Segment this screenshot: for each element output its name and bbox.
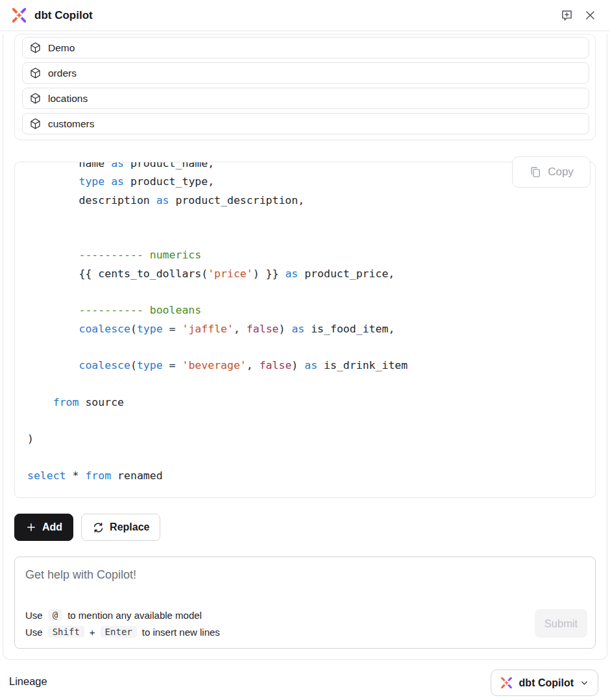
chevron-down-icon [580, 678, 589, 688]
hint-text: + [90, 627, 95, 638]
sql-code: name as product_name, type as product_ty… [15, 162, 595, 497]
model-chip-label: customers [48, 118, 95, 130]
dbt-logo [500, 676, 513, 690]
prompt-hint: UseShift+Enterto insert new lines [25, 623, 220, 640]
prompt-hint: Use@to mention any available model [25, 606, 220, 623]
kbd-shift: Shift [48, 626, 84, 638]
copilot-mode-label: dbt Copilot [519, 677, 574, 689]
code-line [27, 375, 583, 394]
code-line: from source [27, 394, 583, 412]
model-chip-label: orders [48, 68, 77, 79]
add-button-label: Add [42, 521, 62, 533]
hint-text: Use [25, 610, 43, 621]
submit-button[interactable]: Submit [535, 609, 587, 638]
code-line: ---------- numerics [27, 246, 583, 264]
code-line [27, 228, 583, 246]
cube-icon [29, 92, 42, 105]
cube-icon [29, 67, 42, 79]
panel-title: dbt Copilot [34, 9, 93, 22]
hint-text: to insert new lines [142, 627, 220, 638]
add-button[interactable]: Add [14, 514, 73, 541]
header-actions [559, 8, 597, 23]
model-chip-label: Demo [48, 42, 75, 54]
code-line: type as product_type, [27, 173, 583, 191]
replace-button[interactable]: Replace [81, 514, 160, 541]
code-line: {{ cents_to_dollars('price') }} as produ… [27, 265, 583, 283]
plus-icon [25, 521, 37, 533]
model-chip-orders[interactable]: orders [22, 62, 589, 84]
prompt-hints: Use@to mention any available modelUseShi… [25, 606, 220, 640]
close-icon[interactable] [583, 8, 597, 23]
code-line [27, 449, 583, 467]
code-block-wrapper: name as product_name, type as product_ty… [14, 162, 596, 498]
code-line [27, 210, 583, 228]
copy-icon [529, 166, 542, 179]
code-line: ---------- booleans [27, 301, 583, 319]
code-line: ) [27, 430, 583, 448]
sync-icon [92, 521, 104, 534]
copilot-prompt-box[interactable]: Get help with Copilot! Use@to mention an… [14, 556, 596, 649]
new-chat-icon[interactable] [559, 8, 574, 23]
kbd-enter: Enter [101, 626, 137, 638]
model-chip-list: Demoorderslocationscustomers [14, 34, 596, 140]
tab-lineage[interactable]: Lineage [9, 675, 47, 688]
kbd-@: @ [48, 609, 62, 621]
dbt-logo [10, 6, 28, 24]
code-actions: Add Replace [14, 514, 596, 541]
copy-button[interactable]: Copy [512, 156, 591, 188]
code-line: coalesce(type = 'jaffle', false) as is_f… [27, 320, 583, 338]
copilot-panel: Demoorderslocationscustomers name as pro… [3, 34, 607, 660]
model-chip-label: locations [48, 93, 88, 105]
hint-text: to mention any available model [67, 610, 202, 621]
hint-text: Use [25, 627, 43, 638]
close-icon [584, 9, 596, 21]
code-line [27, 412, 583, 430]
code-line: description as product_description, [27, 192, 583, 210]
new-chat-icon [560, 8, 574, 22]
code-line: select * from renamed [27, 467, 583, 485]
copy-button-label: Copy [548, 166, 574, 179]
model-chip-demo[interactable]: Demo [22, 37, 589, 58]
code-line: coalesce(type = 'beverage', false) as is… [27, 356, 583, 375]
code-block[interactable]: name as product_name, type as product_ty… [14, 162, 596, 498]
panel-header: dbt Copilot [0, 0, 610, 31]
prompt-placeholder: Get help with Copilot! [25, 568, 585, 582]
code-line [27, 338, 583, 356]
footer-bar: Lineage dbt Copilot [0, 660, 610, 700]
cube-icon [29, 118, 42, 130]
code-line [27, 283, 583, 301]
model-chip-customers[interactable]: customers [22, 113, 589, 134]
model-chip-locations[interactable]: locations [22, 88, 589, 109]
code-line: name as product_name, [27, 162, 583, 173]
copilot-mode-selector[interactable]: dbt Copilot [491, 669, 598, 696]
replace-button-label: Replace [110, 521, 149, 533]
cube-icon [29, 42, 42, 54]
